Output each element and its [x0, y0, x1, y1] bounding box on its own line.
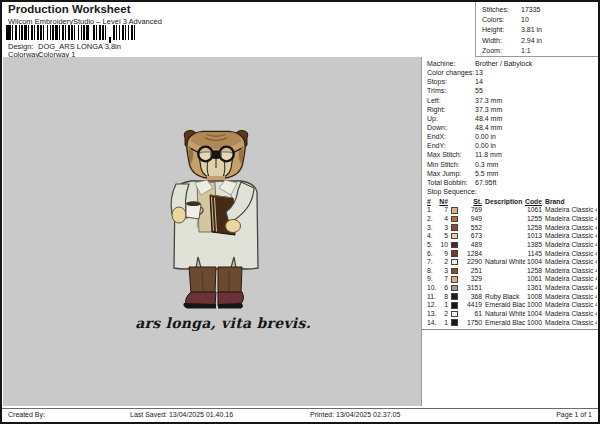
stop-sequence-row: 12.14419Emerald Black1000Madeira Classic… — [427, 301, 597, 310]
thread-brand: Madeira Classic 40 — [542, 319, 597, 327]
footer-printed: Printed: 13/04/2025 02.37.05 — [310, 411, 400, 418]
stop-sequence-row: 3.35521258Madeira Classic 40 — [427, 223, 597, 232]
thread-brand: Madeira Classic 40 — [542, 267, 597, 275]
machine-row-label: Trims: — [427, 87, 475, 96]
column-header: St. — [461, 198, 482, 205]
table-bottom-divider — [422, 329, 598, 330]
column-header: Code — [525, 198, 542, 205]
thread-code: 1145 — [525, 250, 542, 258]
barcode-bars-end — [113, 25, 136, 40]
swatch-cell — [448, 233, 461, 240]
stop-number: 8. — [427, 267, 439, 275]
machine-row-value: 48.4 mm — [475, 124, 502, 133]
dog-left-hand — [172, 207, 186, 223]
thread-code: 1013 — [525, 232, 542, 240]
stitch-count: 1750 — [461, 319, 482, 327]
swatch-cell — [448, 268, 461, 275]
machine-row-value: 0.00 in — [475, 142, 496, 151]
machine-row-label: Min Stitch: — [427, 161, 475, 170]
stop-sequence-title: Stop Sequence: — [427, 188, 477, 195]
thread-brand: Madeira Classic 40 — [542, 224, 597, 232]
stop-sequence-row: 8.32511258Madeira Classic 40 — [427, 266, 597, 275]
thread-color-swatch — [451, 207, 458, 214]
machine-row-value: 0.3 mm — [475, 161, 498, 170]
thread-description: Emerald Black — [482, 319, 525, 327]
summary-row: Zoom:1:1 — [482, 46, 598, 56]
stitch-count: 673 — [461, 232, 482, 240]
thread-description: Ruby Black — [482, 293, 525, 301]
thread-color-swatch — [451, 311, 458, 318]
thread-brand: Madeira Classic 40 — [542, 310, 597, 318]
thread-brand: Madeira Classic 40 — [542, 232, 597, 240]
stop-sequence-row: 9.73291061Madeira Classic 40 — [427, 275, 597, 284]
machine-row-value: 48.4 mm — [475, 115, 502, 124]
machine-row: Right:37.3 mm — [427, 106, 596, 115]
thread-brand: Madeira Classic 40 — [542, 215, 597, 223]
machine-row-label: Color changes: — [427, 69, 475, 78]
machine-row: Max Stitch:11.8 mm — [427, 151, 596, 160]
summary-row: Stitches:17335 — [482, 5, 598, 15]
stop-sequence-table: 1.77691061Madeira Classic 402.49491255Ma… — [427, 206, 597, 327]
summary-row-label: Colors: — [482, 15, 521, 25]
thread-color-swatch — [451, 216, 458, 223]
stitch-count: 368 — [461, 293, 482, 301]
thread-color-swatch — [451, 233, 458, 240]
machine-row: Up:48.4 mm — [427, 115, 596, 124]
machine-row: Max Jump:5.5 mm — [427, 170, 596, 179]
needle-number: 8 — [439, 293, 448, 301]
stop-number: 1. — [427, 206, 439, 214]
machine-row-value: 37.3 mm — [475, 106, 502, 115]
swatch-cell — [448, 285, 461, 292]
machine-row-value: 67.95ft — [475, 179, 496, 188]
machine-row: Left:37.3 mm — [427, 97, 596, 106]
thread-brand: Madeira Classic 40 — [542, 284, 597, 292]
thread-brand: Madeira Classic 40 — [542, 301, 597, 309]
stop-number: 13. — [427, 310, 439, 318]
machine-parameter-list: Machine:Brother / BabylockColor changes:… — [427, 60, 596, 188]
machine-row-value: 13 — [475, 69, 483, 78]
needle-number: 10 — [439, 241, 448, 249]
thread-color-swatch — [451, 293, 458, 300]
stitch-count: 552 — [461, 224, 482, 232]
thread-code: 1000 — [525, 301, 542, 309]
thread-code: 1361 — [525, 284, 542, 292]
stitch-count: 1284 — [461, 250, 482, 258]
stitch-count: 949 — [461, 215, 482, 223]
stitch-count: 61 — [461, 310, 482, 318]
thread-brand: Madeira Classic 40 — [542, 293, 597, 301]
thread-description: Natural White — [482, 310, 525, 318]
summary-row-label: Width: — [482, 36, 521, 46]
column-header: N# — [439, 198, 448, 205]
stop-sequence-row: 4.56731013Madeira Classic 40 — [427, 232, 597, 241]
swatch-cell — [448, 216, 461, 223]
summary-row: Colors:10 — [482, 15, 598, 25]
stop-number: 4. — [427, 232, 439, 240]
stop-sequence-row: 14.11750Emerald Black1000Madeira Classic… — [427, 318, 597, 327]
footer-last-saved: Last Saved: 13/04/2025 01.40.16 — [130, 411, 233, 418]
stop-sequence-row: 2.49491255Madeira Classic 40 — [427, 215, 597, 224]
stop-sequence-row: 7.22290Natural White1004Madeira Classic … — [427, 258, 597, 267]
stop-number: 5. — [427, 241, 439, 249]
machine-row-value: Brother / Babylock — [475, 60, 532, 69]
barcode-bars-main — [6, 25, 107, 40]
thread-color-swatch — [451, 250, 458, 257]
needle-number: 3 — [439, 224, 448, 232]
machine-row: EndY:0.00 in — [427, 142, 596, 151]
stitch-count: 3151 — [461, 284, 482, 292]
machine-row-label: Down: — [427, 124, 475, 133]
thread-code: 1004 — [525, 258, 542, 266]
machine-row: Min Stitch:0.3 mm — [427, 161, 596, 170]
stop-number: 7. — [427, 258, 439, 266]
dog-embroidery-design — [161, 126, 271, 311]
stop-number: 2. — [427, 215, 439, 223]
machine-row: Stops:14 — [427, 78, 596, 87]
stitch-count: 489 — [461, 241, 482, 249]
thread-code: 1385 — [525, 241, 542, 249]
stop-sequence-row: 1.77691061Madeira Classic 40 — [427, 206, 597, 215]
stop-sequence-row: 5.104891385Madeira Classic 40 — [427, 241, 597, 250]
stop-number: 3. — [427, 224, 439, 232]
thread-code: 1258 — [525, 224, 542, 232]
design-barcode-icon — [6, 25, 136, 40]
summary-row-value: 2.94 in — [521, 36, 542, 46]
thread-color-swatch — [451, 319, 458, 326]
